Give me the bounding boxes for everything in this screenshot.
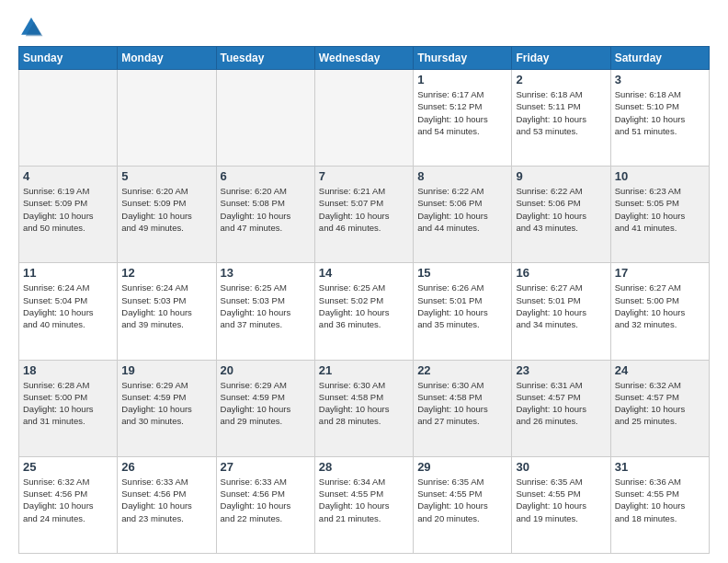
day-number: 17 <box>615 266 705 280</box>
day-number: 4 <box>23 169 113 183</box>
daylight-hours: Daylight: 10 hours <box>23 403 113 415</box>
calendar-header-wednesday: Wednesday <box>314 47 413 70</box>
cell-info: Sunrise: 6:27 AMSunset: 5:00 PMDaylight:… <box>615 282 705 330</box>
daylight-hours: Daylight: 10 hours <box>319 500 409 511</box>
daylight-hours: Daylight: 10 hours <box>121 306 211 318</box>
cell-info: Sunrise: 6:25 AMSunset: 5:03 PMDaylight:… <box>221 282 311 330</box>
daylight-hours: Daylight: 10 hours <box>417 500 507 511</box>
calendar-cell: 20Sunrise: 6:29 AMSunset: 4:59 PMDayligh… <box>216 360 314 456</box>
sunrise-info: Sunrise: 6:31 AM <box>516 379 606 391</box>
sunrise-info: Sunrise: 6:27 AM <box>516 282 606 293</box>
cell-info: Sunrise: 6:24 AMSunset: 5:04 PMDaylight:… <box>23 282 113 330</box>
cell-info: Sunrise: 6:26 AMSunset: 5:01 PMDaylight:… <box>417 282 507 330</box>
continuation-text: and 46 minutes. <box>319 222 409 234</box>
calendar-cell: 1Sunrise: 6:17 AMSunset: 5:12 PMDaylight… <box>414 70 512 167</box>
sunrise-info: Sunrise: 6:30 AM <box>417 379 507 391</box>
day-number: 12 <box>121 266 211 280</box>
cell-info: Sunrise: 6:17 AMSunset: 5:12 PMDaylight:… <box>417 88 507 137</box>
sunset-info: Sunset: 4:55 PM <box>319 488 409 500</box>
continuation-text: and 39 minutes. <box>121 318 211 330</box>
day-number: 30 <box>516 460 606 474</box>
continuation-text: and 23 minutes. <box>121 512 211 524</box>
continuation-text: and 24 minutes. <box>23 512 113 524</box>
cell-info: Sunrise: 6:23 AMSunset: 5:05 PMDaylight:… <box>615 185 705 234</box>
day-number: 2 <box>516 73 606 86</box>
day-number: 29 <box>417 460 507 474</box>
sunrise-info: Sunrise: 6:32 AM <box>615 379 705 391</box>
sunset-info: Sunset: 4:59 PM <box>121 391 211 403</box>
sunset-info: Sunset: 5:00 PM <box>23 391 113 403</box>
calendar-cell: 18Sunrise: 6:28 AMSunset: 5:00 PMDayligh… <box>19 360 118 456</box>
sunrise-info: Sunrise: 6:35 AM <box>417 476 507 488</box>
cell-info: Sunrise: 6:20 AMSunset: 5:08 PMDaylight:… <box>221 185 311 234</box>
daylight-hours: Daylight: 10 hours <box>516 306 606 318</box>
sunrise-info: Sunrise: 6:34 AM <box>319 476 409 488</box>
calendar-cell: 27Sunrise: 6:33 AMSunset: 4:56 PMDayligh… <box>216 456 314 553</box>
sunrise-info: Sunrise: 6:29 AM <box>221 379 311 391</box>
calendar-cell <box>19 70 118 167</box>
sunset-info: Sunset: 5:07 PM <box>319 197 409 209</box>
daylight-hours: Daylight: 10 hours <box>516 113 606 125</box>
sunset-info: Sunset: 5:11 PM <box>516 100 606 112</box>
cell-info: Sunrise: 6:24 AMSunset: 5:03 PMDaylight:… <box>121 282 211 330</box>
sunrise-info: Sunrise: 6:25 AM <box>319 282 409 293</box>
calendar-cell: 26Sunrise: 6:33 AMSunset: 4:56 PMDayligh… <box>118 456 216 553</box>
continuation-text: and 22 minutes. <box>221 512 311 524</box>
day-number: 31 <box>615 460 705 474</box>
sunrise-info: Sunrise: 6:22 AM <box>417 185 507 197</box>
cell-info: Sunrise: 6:32 AMSunset: 4:56 PMDaylight:… <box>23 476 113 524</box>
calendar-cell <box>314 70 413 167</box>
sunrise-info: Sunrise: 6:27 AM <box>615 282 705 293</box>
calendar-cell: 2Sunrise: 6:18 AMSunset: 5:11 PMDaylight… <box>512 70 610 167</box>
continuation-text: and 50 minutes. <box>23 222 113 234</box>
calendar-header-sunday: Sunday <box>19 47 118 70</box>
sunset-info: Sunset: 4:55 PM <box>417 488 507 500</box>
calendar-week-3: 11Sunrise: 6:24 AMSunset: 5:04 PMDayligh… <box>19 263 710 360</box>
calendar-cell: 14Sunrise: 6:25 AMSunset: 5:02 PMDayligh… <box>314 263 413 360</box>
calendar-cell: 6Sunrise: 6:20 AMSunset: 5:08 PMDaylight… <box>216 167 314 263</box>
calendar-cell: 3Sunrise: 6:18 AMSunset: 5:10 PMDaylight… <box>610 70 709 167</box>
calendar-cell: 24Sunrise: 6:32 AMSunset: 4:57 PMDayligh… <box>610 360 709 456</box>
calendar-cell: 17Sunrise: 6:27 AMSunset: 5:00 PMDayligh… <box>610 263 709 360</box>
calendar-cell: 22Sunrise: 6:30 AMSunset: 4:58 PMDayligh… <box>414 360 512 456</box>
cell-info: Sunrise: 6:29 AMSunset: 4:59 PMDaylight:… <box>121 379 211 428</box>
daylight-hours: Daylight: 10 hours <box>615 403 705 415</box>
calendar-cell: 16Sunrise: 6:27 AMSunset: 5:01 PMDayligh… <box>512 263 610 360</box>
daylight-hours: Daylight: 10 hours <box>221 500 311 511</box>
day-number: 6 <box>221 169 311 183</box>
calendar-cell: 11Sunrise: 6:24 AMSunset: 5:04 PMDayligh… <box>19 263 118 360</box>
cell-info: Sunrise: 6:20 AMSunset: 5:09 PMDaylight:… <box>121 185 211 234</box>
day-number: 13 <box>221 266 311 280</box>
day-number: 21 <box>319 363 409 377</box>
day-number: 26 <box>121 460 211 474</box>
calendar-cell: 7Sunrise: 6:21 AMSunset: 5:07 PMDaylight… <box>314 167 413 263</box>
day-number: 8 <box>417 169 507 183</box>
sunset-info: Sunset: 5:01 PM <box>516 294 606 306</box>
daylight-hours: Daylight: 10 hours <box>516 210 606 222</box>
daylight-hours: Daylight: 10 hours <box>516 500 606 511</box>
daylight-hours: Daylight: 10 hours <box>417 306 507 318</box>
calendar-cell: 5Sunrise: 6:20 AMSunset: 5:09 PMDaylight… <box>118 167 216 263</box>
cell-info: Sunrise: 6:22 AMSunset: 5:06 PMDaylight:… <box>516 185 606 234</box>
calendar-header-tuesday: Tuesday <box>216 47 314 70</box>
sunrise-info: Sunrise: 6:18 AM <box>615 88 705 100</box>
day-number: 23 <box>516 363 606 377</box>
calendar-cell: 10Sunrise: 6:23 AMSunset: 5:05 PMDayligh… <box>610 167 709 263</box>
day-number: 20 <box>221 363 311 377</box>
cell-info: Sunrise: 6:35 AMSunset: 4:55 PMDaylight:… <box>516 476 606 524</box>
daylight-hours: Daylight: 10 hours <box>23 500 113 511</box>
sunrise-info: Sunrise: 6:25 AM <box>221 282 311 293</box>
cell-info: Sunrise: 6:19 AMSunset: 5:09 PMDaylight:… <box>23 185 113 234</box>
day-number: 15 <box>417 266 507 280</box>
daylight-hours: Daylight: 10 hours <box>516 403 606 415</box>
cell-info: Sunrise: 6:32 AMSunset: 4:57 PMDaylight:… <box>615 379 705 428</box>
calendar-header-monday: Monday <box>118 47 216 70</box>
sunset-info: Sunset: 5:04 PM <box>23 294 113 306</box>
sunset-info: Sunset: 5:03 PM <box>221 294 311 306</box>
cell-info: Sunrise: 6:30 AMSunset: 4:58 PMDaylight:… <box>417 379 507 428</box>
sunset-info: Sunset: 5:02 PM <box>319 294 409 306</box>
day-number: 22 <box>417 363 507 377</box>
continuation-text: and 25 minutes. <box>615 415 705 427</box>
sunrise-info: Sunrise: 6:33 AM <box>221 476 311 488</box>
daylight-hours: Daylight: 10 hours <box>221 210 311 222</box>
